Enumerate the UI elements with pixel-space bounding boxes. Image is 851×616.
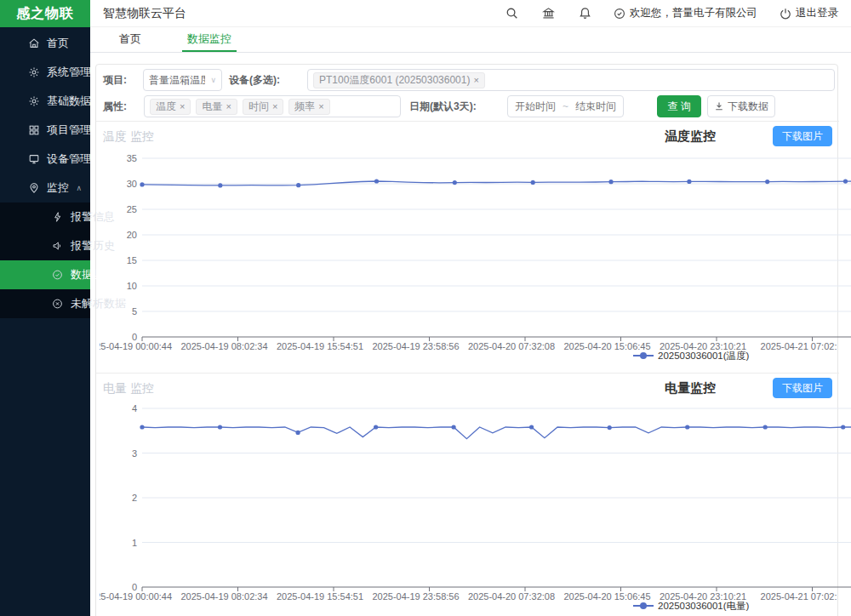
sidebar: 感之物联 首页系统管理∨基础数据∨项目管理∨设备管理∨监控∧报警信息报警历史数据…: [0, 0, 90, 616]
svg-text:15: 15: [127, 255, 137, 265]
tab-home[interactable]: 首页: [114, 27, 146, 52]
svg-text:2025-04-20 07:32:08: 2025-04-20 07:32:08: [468, 591, 555, 602]
sidebar-item-label: 设备管理: [47, 151, 91, 167]
svg-text:2025-04-20 07:32:08: 2025-04-20 07:32:08: [468, 341, 555, 351]
content: 项目: 普量温箱温度... ∨ 设备(多选): PT100温度6001 (202…: [90, 54, 851, 616]
svg-text:2025-04-19 08:02:34: 2025-04-19 08:02:34: [180, 341, 267, 351]
svg-text:3: 3: [132, 448, 137, 459]
attr-tag[interactable]: 时间×: [243, 99, 283, 115]
search-icon[interactable]: [505, 7, 518, 20]
svg-text:20: 20: [127, 230, 137, 240]
battery-chart-title: 电量监控: [665, 380, 716, 396]
date-separator: ~: [563, 100, 568, 112]
sidebar-subitem-label: 未解析数据: [71, 296, 126, 311]
chevron-down-icon: ∨: [76, 155, 82, 163]
svg-text:2025-04-19 08:02:34: 2025-04-19 08:02:34: [180, 591, 267, 602]
date-end-input[interactable]: [574, 100, 618, 112]
download-icon: [714, 101, 724, 111]
project-select[interactable]: 普量温箱温度... ∨: [143, 69, 222, 91]
sidebar-subitem-label: 报警历史: [71, 238, 115, 254]
sidebar-item-4[interactable]: 设备管理∨: [0, 145, 90, 174]
svg-text:1: 1: [132, 538, 137, 548]
sidebar-subitem-2[interactable]: 数据监控: [0, 260, 90, 289]
query-button[interactable]: 查 询: [657, 95, 701, 117]
temperature-section-title: 温度 监控: [103, 129, 154, 145]
sidebar-item-label: 首页: [47, 36, 69, 51]
device-icon: [28, 153, 40, 165]
sidebar-item-0[interactable]: 首页: [0, 29, 90, 58]
chevron-up-icon: ∧: [76, 184, 82, 192]
device-multiselect[interactable]: PT100温度6001 (202503036001)×: [307, 69, 835, 91]
main-area: 智慧物联云平台 欢迎您，普量电子有限公司 退出登录 首页 数据监控: [90, 0, 851, 616]
attr-multiselect[interactable]: 温度×电量×时间×频率×: [144, 95, 401, 117]
svg-text:2025-04-21 07:02:: 2025-04-21 07:02:: [761, 591, 837, 602]
sidebar-item-label: 监控: [47, 180, 69, 196]
sidebar-menu: 首页系统管理∨基础数据∨项目管理∨设备管理∨监控∧报警信息报警历史数据监控未解析…: [0, 27, 90, 318]
device-tag[interactable]: PT100温度6001 (202503036001)×: [313, 72, 485, 88]
date-range-input[interactable]: ~: [507, 95, 624, 117]
download-image-button-temperature[interactable]: 下载图片: [773, 126, 832, 146]
user-circle-icon: [614, 8, 625, 20]
gear-icon: [28, 66, 40, 78]
download-image-button-battery[interactable]: 下载图片: [773, 378, 832, 398]
sidebar-subitem-0[interactable]: 报警信息: [0, 202, 90, 231]
sidebar-item-label: 基础数据: [47, 94, 91, 109]
svg-text:5: 5: [132, 306, 137, 317]
temperature-line-chart: 051015202530352025-04-19 00:00:442025-04…: [100, 148, 851, 371]
welcome-user[interactable]: 欢迎您，普量电子有限公司: [614, 6, 757, 20]
sidebar-item-2[interactable]: 基础数据∨: [0, 87, 90, 116]
sidebar-item-3[interactable]: 项目管理∨: [0, 116, 90, 145]
download-data-button[interactable]: 下载数据: [707, 95, 775, 117]
shield-check-icon: [52, 270, 63, 281]
attr-tag[interactable]: 频率×: [288, 99, 329, 115]
svg-text:2025-04-19 15:54:51: 2025-04-19 15:54:51: [277, 591, 363, 602]
lightning-icon: [52, 212, 63, 223]
monitor-submenu: 报警信息报警历史数据监控未解析数据: [0, 202, 90, 318]
bell-icon[interactable]: [579, 7, 591, 20]
battery-chart-section: 电量 监控 电量监控 下载图片 012342025-04-19 00:00:44…: [96, 373, 839, 616]
download-data-label: 下载数据: [728, 100, 768, 114]
attr-tag[interactable]: 电量×: [196, 99, 237, 115]
app-logo: 感之物联: [0, 0, 90, 27]
sidebar-item-1[interactable]: 系统管理∨: [0, 58, 90, 87]
close-icon[interactable]: ×: [473, 75, 478, 85]
svg-text:2025-04-19 00:00:44: 2025-04-19 00:00:44: [100, 591, 172, 602]
close-icon[interactable]: ×: [226, 101, 231, 111]
svg-text:30: 30: [127, 179, 137, 189]
chevron-down-icon: ∨: [76, 126, 82, 134]
topbar: 智慧物联云平台 欢迎您，普量电子有限公司 退出登录: [90, 0, 851, 27]
institution-icon[interactable]: [542, 7, 555, 20]
attr-tag[interactable]: 温度×: [150, 99, 191, 115]
sidebar-item-label: 系统管理: [47, 65, 91, 80]
grid-icon: [28, 124, 40, 136]
close-icon[interactable]: ×: [180, 101, 185, 111]
power-icon: [780, 8, 791, 20]
project-select-value: 普量温箱温度...: [149, 73, 205, 88]
svg-text:2: 2: [132, 493, 137, 503]
attr-label: 属性:: [103, 95, 127, 117]
close-icon[interactable]: ×: [318, 101, 323, 111]
welcome-text: 欢迎您，普量电子有限公司: [630, 6, 757, 20]
sidebar-subitem-1[interactable]: 报警历史: [0, 231, 90, 260]
svg-text:202503036001(电量): 202503036001(电量): [658, 601, 750, 611]
svg-text:2025-04-19 23:58:56: 2025-04-19 23:58:56: [372, 591, 459, 602]
tab-data-monitor[interactable]: 数据监控: [182, 27, 237, 52]
pin-icon: [28, 182, 40, 194]
tabbar: 首页 数据监控: [90, 27, 851, 53]
date-start-input[interactable]: [513, 100, 557, 112]
svg-text:2025-04-20 15:06:45: 2025-04-20 15:06:45: [563, 591, 650, 602]
shield-x-icon: [52, 299, 63, 310]
logout-text: 退出登录: [796, 6, 838, 20]
sidebar-subitem-3[interactable]: 未解析数据: [0, 289, 90, 318]
close-icon[interactable]: ×: [272, 101, 277, 111]
svg-text:35: 35: [127, 153, 137, 163]
sidebar-item-5[interactable]: 监控∧: [0, 174, 90, 202]
chevron-down-icon: ∨: [210, 76, 216, 84]
logout-button[interactable]: 退出登录: [780, 6, 838, 20]
query-panel: 项目: 普量温箱温度... ∨ 设备(多选): PT100温度6001 (202…: [95, 64, 838, 616]
device-label: 设备(多选):: [229, 69, 280, 91]
speaker-icon: [52, 241, 63, 252]
svg-text:202503036001(温度): 202503036001(温度): [658, 351, 750, 361]
sidebar-item-label: 项目管理: [47, 123, 91, 138]
sidebar-subitem-label: 数据监控: [71, 267, 115, 282]
